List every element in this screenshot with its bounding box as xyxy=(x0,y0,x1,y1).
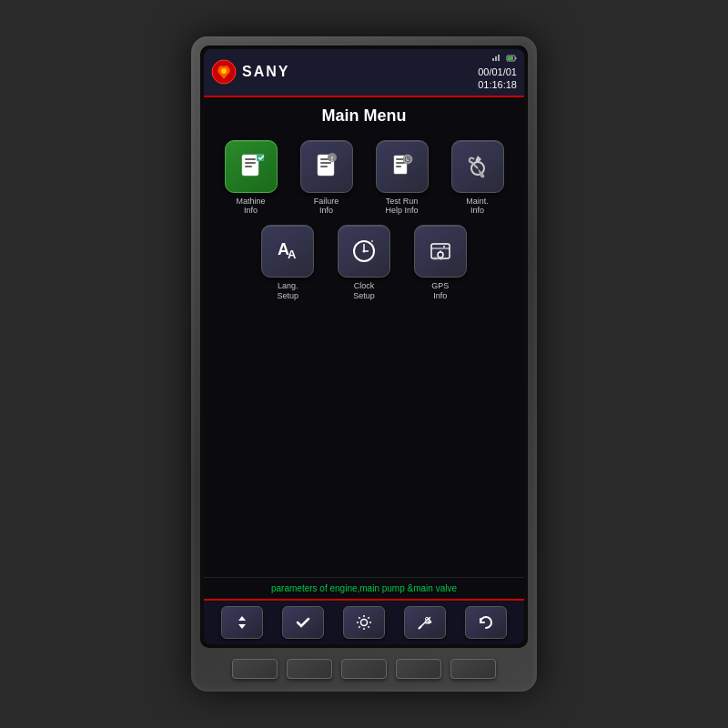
refresh-button[interactable] xyxy=(465,606,507,639)
clock-setup-label: ClockSetup xyxy=(353,281,375,301)
failure-info-label: FailureInfo xyxy=(314,197,339,217)
header-right: 00/01/01 01:16:18 xyxy=(478,53,517,92)
wrench-icon xyxy=(416,613,434,632)
toolbar xyxy=(204,599,524,644)
gps-icon: GPS xyxy=(426,237,455,266)
svg-line-43 xyxy=(359,617,359,618)
updown-button[interactable] xyxy=(221,606,263,639)
svg-point-33 xyxy=(443,246,445,248)
document-icon xyxy=(237,152,266,181)
sany-logo-icon xyxy=(211,59,237,85)
sidebar-item-test-run[interactable]: Test RunHelp Info xyxy=(368,140,436,217)
gps-info-label: GPSInfo xyxy=(431,281,449,301)
maint-icon xyxy=(463,152,492,181)
svg-rect-19 xyxy=(396,166,401,167)
svg-line-47 xyxy=(419,626,421,629)
maint-info-button[interactable] xyxy=(451,140,504,193)
check-icon xyxy=(294,613,312,632)
sidebar-item-machine-info[interactable]: MathineInfo xyxy=(217,140,285,217)
clock-icon xyxy=(349,237,379,266)
svg-point-38 xyxy=(360,620,367,626)
svg-rect-5 xyxy=(242,155,258,176)
sidebar-item-maint-info[interactable]: Maint.Info xyxy=(443,140,511,217)
machine-info-button[interactable] xyxy=(225,140,278,193)
brightness-button[interactable] xyxy=(343,606,385,639)
header: SANY 00/01/01 xyxy=(204,49,524,97)
test-run-icon xyxy=(388,152,417,181)
svg-line-45 xyxy=(368,617,369,618)
screen: SANY 00/01/01 xyxy=(204,49,524,644)
datetime: 00/01/01 01:16:18 xyxy=(478,66,517,92)
svg-point-1 xyxy=(221,68,227,74)
gps-info-button[interactable]: GPS xyxy=(414,225,467,278)
screen-bezel: SANY 00/01/01 xyxy=(200,46,528,648)
sidebar-item-failure-info[interactable]: ! FailureInfo xyxy=(292,140,360,217)
status-text: parameters of engine,main pump &main val… xyxy=(213,583,515,593)
sun-icon xyxy=(355,613,373,632)
refresh-icon xyxy=(477,613,495,632)
hw-btn-2[interactable] xyxy=(287,659,332,679)
hw-btn-3[interactable] xyxy=(341,659,387,679)
machine-info-label: MathineInfo xyxy=(236,197,265,217)
svg-rect-12 xyxy=(320,162,331,164)
sidebar-item-clock-setup[interactable]: ClockSetup xyxy=(329,225,399,301)
svg-line-44 xyxy=(368,626,369,627)
main-content: Main Menu xyxy=(204,97,524,577)
svg-rect-6 xyxy=(245,158,256,160)
lang-setup-label: Lang.Setup xyxy=(278,281,299,301)
lang-setup-button[interactable]: A A xyxy=(261,225,314,278)
svg-rect-8 xyxy=(245,166,252,167)
header-status-icons xyxy=(491,53,517,64)
device: SANY 00/01/01 xyxy=(191,36,537,692)
confirm-button[interactable] xyxy=(282,606,324,639)
signal-icon xyxy=(491,53,502,64)
svg-text:A: A xyxy=(288,248,297,261)
svg-text:!: ! xyxy=(330,156,332,162)
svg-rect-18 xyxy=(396,162,405,164)
hw-btn-1[interactable] xyxy=(232,659,278,679)
tools-button[interactable] xyxy=(404,606,446,639)
svg-line-46 xyxy=(359,626,359,627)
menu-grid-row2: A A Lang.Setup xyxy=(254,225,475,301)
svg-text:GPS: GPS xyxy=(433,256,443,261)
svg-rect-7 xyxy=(245,162,256,164)
failure-icon: ! xyxy=(312,152,341,181)
clock-setup-button[interactable] xyxy=(338,225,390,278)
hw-btn-4[interactable] xyxy=(396,659,441,679)
menu-grid-row1: MathineInfo ! xyxy=(217,140,511,217)
test-run-button[interactable] xyxy=(376,140,429,193)
sidebar-item-lang-setup[interactable]: A A Lang.Setup xyxy=(254,225,323,301)
logo-area: SANY xyxy=(211,59,289,85)
lang-icon: A A xyxy=(273,237,302,266)
test-run-label: Test RunHelp Info xyxy=(385,197,418,217)
svg-rect-3 xyxy=(515,57,517,59)
hw-btn-5[interactable] xyxy=(450,659,496,679)
maint-info-label: Maint.Info xyxy=(466,197,489,217)
status-bar: parameters of engine,main pump &main val… xyxy=(204,577,524,599)
brand-name: SANY xyxy=(242,64,289,80)
battery-icon xyxy=(506,53,517,64)
hw-buttons xyxy=(232,655,496,682)
page-title: Main Menu xyxy=(322,106,407,126)
updown-icon xyxy=(233,613,251,632)
svg-rect-13 xyxy=(320,166,328,167)
svg-rect-4 xyxy=(508,56,513,60)
failure-info-button[interactable]: ! xyxy=(300,140,353,193)
sidebar-item-gps-info[interactable]: GPS GPSInfo xyxy=(406,225,475,301)
